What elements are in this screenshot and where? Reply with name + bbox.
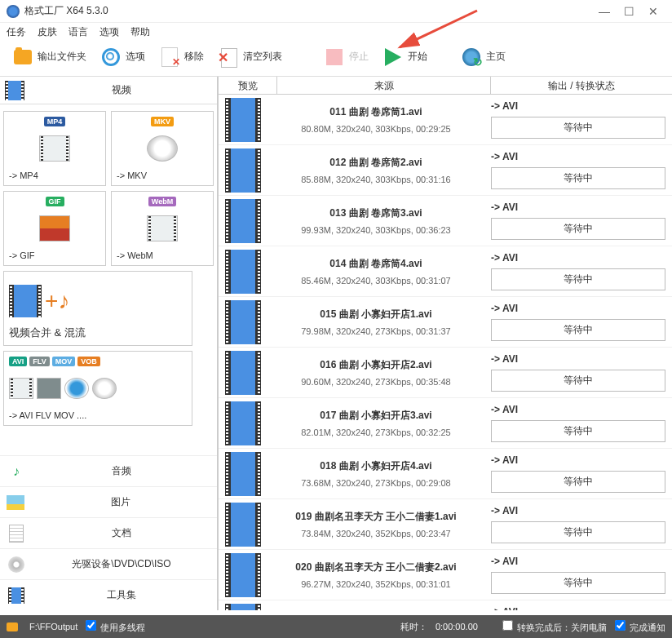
file-name: 011 曲剧 卷席筒1.avi [329,105,422,119]
close-button[interactable]: ✕ [641,3,665,20]
format-mp4[interactable]: MP4 -> MP4 [3,111,106,186]
file-name: 017 曲剧 小寡妇开店3.avi [320,409,431,423]
file-status-button[interactable]: 等待中 [491,268,665,290]
file-status-button[interactable]: 等待中 [491,572,665,594]
col-output[interactable]: 输出 / 转换状态 [491,77,672,94]
status-output-path[interactable]: F:\FFOutput [29,622,77,631]
menu-skin[interactable]: 皮肤 [38,25,57,39]
file-thumb-icon [225,503,261,547]
file-row[interactable]: 018 曲剧 小寡妇开店4.avi 73.68M, 320x240, 273Kb… [219,449,672,499]
stop-button[interactable]: 停止 [318,44,374,70]
remove-button[interactable]: 移除 [153,44,209,70]
category-document[interactable]: 文档 [0,517,217,548]
file-thumb-icon [225,401,261,445]
multi-label: -> AVI FLV MOV .... [9,410,86,420]
file-status-button[interactable]: 等待中 [491,319,665,341]
options-button[interactable]: 选项 [95,44,150,70]
home-button[interactable]: 主页 [455,44,511,70]
start-button[interactable]: 开始 [377,44,432,70]
audio-icon: ♪ [7,462,26,481]
file-row[interactable]: 017 曲剧 小寡妇开店3.avi 82.01M, 320x240, 273Kb… [219,398,672,449]
menu-help[interactable]: 帮助 [130,25,150,39]
elapsed-label: 耗时： [400,621,427,633]
sidebar: 视频 MP4 -> MP4 MKV -> MKV GIF -> [0,77,219,610]
col-source[interactable]: 来源 [277,77,491,94]
multithread-checkbox[interactable] [86,620,96,631]
menu-language[interactable]: 语言 [69,25,88,39]
file-row[interactable]: 020 曲剧名丑李天方 王小二借妻2.avi 96.27M, 320x240, … [219,550,672,600]
app-icon [7,5,20,18]
statusbar: F:\FFOutput 使用多线程 耗时： 0:00:00.00 转换完成后：关… [0,615,672,638]
mov-badge: MOV [52,357,76,366]
category-toolset[interactable]: 工具集 [0,579,217,610]
file-name: 016 曲剧 小寡妇开店2.avi [320,358,431,372]
after-notify-checkbox[interactable] [615,620,626,631]
file-name: 019 曲剧名丑李天方 王小二借妻1.avi [295,510,456,524]
file-list[interactable]: 011 曲剧 卷席筒1.avi 80.80M, 320x240, 303Kbps… [219,95,672,610]
col-preview[interactable]: 预览 [219,77,277,94]
file-status-button[interactable]: 等待中 [491,218,665,240]
file-name: 013 曲剧 卷席筒3.avi [329,206,422,220]
category-audio[interactable]: ♪ 音频 [0,455,217,486]
after-notify-toggle[interactable]: 完成通知 [615,620,665,634]
file-status-button[interactable]: 等待中 [491,117,665,139]
category-image[interactable]: 图片 [0,486,217,517]
merge-film-icon [9,285,42,317]
file-status-button[interactable]: 等待中 [491,167,665,189]
vob-badge: VOB [77,357,100,366]
file-status-button[interactable]: 等待中 [491,521,665,543]
remove-icon [161,47,178,67]
file-name: 018 曲剧 小寡妇开店4.avi [320,459,431,473]
format-mkv[interactable]: MKV -> MKV [111,111,214,186]
file-status-button[interactable]: 等待中 [491,420,665,442]
file-meta: 99.93M, 320x240, 303Kbps, 00:36:23 [301,225,450,235]
file-row[interactable]: 019 曲剧名丑李天方 王小二借妻1.avi 73.84M, 320x240, … [219,499,672,550]
file-row[interactable]: 012 曲剧 卷席筒2.avi 85.88M, 320x240, 303Kbps… [219,145,672,196]
home-label: 主页 [486,50,506,64]
file-thumb-icon [225,604,261,610]
merge-label: 视频合并 & 混流 [9,326,86,340]
file-status-button[interactable]: 等待中 [491,471,665,493]
gif-badge: GIF [46,197,64,206]
after-shutdown-toggle[interactable]: 转换完成后：关闭电脑 [502,620,607,634]
file-output-format: -> AVI [491,353,665,365]
maximize-button[interactable]: ☐ [617,3,641,20]
format-merge[interactable]: +♪ 视频合并 & 混流 [3,271,192,346]
format-webm[interactable]: WebM -> WebM [111,191,214,266]
category-video-header[interactable]: 视频 [0,77,217,104]
format-gif[interactable]: GIF -> GIF [3,191,106,266]
file-row[interactable]: 011 曲剧 卷席筒1.avi 80.80M, 320x240, 303Kbps… [219,95,672,145]
file-name: 020 曲剧名丑李天方 王小二借妻2.avi [295,560,456,574]
toolset-icon [7,586,26,605]
file-row[interactable]: 021 曲剧名丑李天方 王小二借妻3.avi -> AVI 等待中 [219,600,672,610]
file-row[interactable]: 016 曲剧 小寡妇开店2.avi 90.60M, 320x240, 273Kb… [219,348,672,398]
after-shutdown-checkbox[interactable] [502,620,513,631]
stop-label: 停止 [349,50,369,64]
file-meta: 73.68M, 320x240, 273Kbps, 00:29:08 [301,478,450,488]
file-output-format: -> AVI [491,252,665,264]
gif-thumb-icon [39,215,70,241]
menu-options[interactable]: 选项 [99,25,119,39]
column-headers: 预览 来源 输出 / 转换状态 [219,77,672,95]
webm-label: -> WebM [117,250,153,260]
file-meta: 73.84M, 320x240, 352Kbps, 00:23:47 [301,529,450,538]
format-multi[interactable]: AVI FLV MOV VOB -> AVI FLV MOV .... [3,351,192,426]
clear-label: 清空列表 [243,50,282,64]
category-disc[interactable]: 光驱设备\DVD\CD\ISO [0,548,217,579]
status-folder-icon[interactable] [7,622,18,631]
multi-thumb-1 [9,378,33,399]
file-row[interactable]: 014 曲剧 卷席筒4.avi 85.46M, 320x240, 303Kbps… [219,246,672,297]
multithread-toggle[interactable]: 使用多线程 [86,620,145,634]
file-row[interactable]: 013 曲剧 卷席筒3.avi 99.93M, 320x240, 303Kbps… [219,196,672,246]
file-row[interactable]: 015 曲剧 小寡妇开店1.avi 79.98M, 320x240, 273Kb… [219,297,672,348]
clear-list-button[interactable]: 清空列表 [212,44,287,70]
file-thumb-icon [225,452,261,496]
output-folder-button[interactable]: 输出文件夹 [7,44,91,70]
file-status-button[interactable]: 等待中 [491,370,665,392]
menu-task[interactable]: 任务 [7,25,26,39]
titlebar: 格式工厂 X64 5.3.0 — ☐ ✕ [0,0,672,23]
file-output-format: -> AVI [491,556,665,567]
file-name: 014 曲剧 卷席筒4.avi [329,257,422,271]
minimize-button[interactable]: — [592,3,617,20]
file-name: 015 曲剧 小寡妇开店1.avi [320,308,431,321]
